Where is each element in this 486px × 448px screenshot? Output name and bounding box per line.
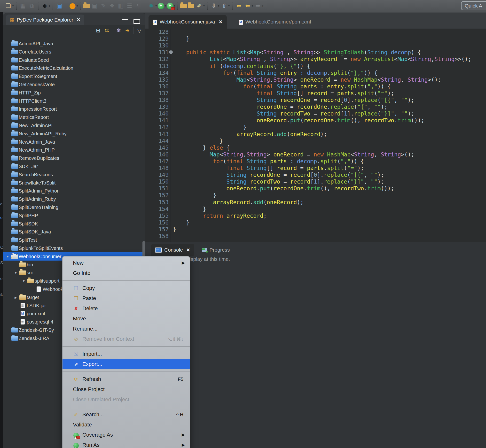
tree-item-New_AdminAPI_Ruby[interactable]: New_AdminAPI_Ruby xyxy=(3,129,145,138)
profile-button[interactable]: ▾ xyxy=(167,1,175,10)
tree-item-HTTP_Zip[interactable]: HTTP_Zip xyxy=(3,89,145,97)
tree-item-ExportToSegment[interactable]: ExportToSegment xyxy=(3,72,145,80)
expand-arrow-icon[interactable]: ▼ xyxy=(13,271,18,275)
tree-item-SplitSDK[interactable]: SplitSDK xyxy=(3,220,145,228)
tab-pydev-package-explorer[interactable]: ▦ PyDev Package Explorer ✕ xyxy=(6,15,84,25)
tree-item-SplitPHP[interactable]: SplitPHP xyxy=(3,211,145,220)
menu-item-move-[interactable]: Move... xyxy=(63,314,190,324)
console-view-button[interactable]: ▣ xyxy=(56,1,63,10)
menu-item-close-project[interactable]: Close Project xyxy=(63,384,190,394)
editor-area: J⚠WebhookConsumer.java✕MWebhookConsumer/… xyxy=(145,13,486,242)
focus-task-icon[interactable]: ➔ xyxy=(123,26,131,35)
working-sets-icon[interactable]: ✾ xyxy=(115,26,123,35)
tree-item-RemoveDuplicates[interactable]: RemoveDuplicates xyxy=(3,154,145,162)
tree-item-SplitAdmin_Ruby[interactable]: SplitAdmin_Ruby xyxy=(3,195,145,203)
chevron-down-icon[interactable]: ▾ xyxy=(155,4,157,8)
expand-arrow-icon[interactable]: ▼ xyxy=(21,279,26,283)
chevron-down-icon[interactable]: ▾ xyxy=(12,4,14,8)
plugin-button[interactable]: ⬤▾ xyxy=(69,1,78,10)
tree-item-New_AdminAPI[interactable]: New_AdminAPI xyxy=(3,121,145,129)
link-with-editor-icon[interactable]: ⇆ xyxy=(103,26,111,35)
chevron-down-icon[interactable]: ▾ xyxy=(77,4,78,8)
console-tab-Console[interactable]: Console✕ xyxy=(151,244,194,256)
open-folder-button[interactable] xyxy=(180,1,187,10)
chevron-down-icon[interactable]: ▾ xyxy=(164,4,166,8)
collapse-all-icon[interactable]: ⊟ xyxy=(94,26,102,35)
quick-access-box[interactable]: Quick A xyxy=(461,1,486,10)
debug-button[interactable]: ✹▾ xyxy=(147,1,157,10)
close-icon[interactable]: ✕ xyxy=(219,19,222,25)
tree-item-SDK_Jar[interactable]: SDK_Jar xyxy=(3,162,145,170)
toolbar-separator xyxy=(177,2,178,10)
close-icon[interactable]: ✕ xyxy=(186,247,190,253)
user-profile-button[interactable]: ☻▾ xyxy=(41,1,50,10)
tree-item-SplitAdmin_Python[interactable]: SplitAdmin_Python xyxy=(3,187,145,195)
open-resource-button[interactable] xyxy=(83,1,90,10)
folder-icon xyxy=(11,131,18,136)
fold-marker-icon[interactable] xyxy=(169,50,173,54)
menu-item-search-[interactable]: ✐Search...^ H xyxy=(63,409,190,420)
tree-item-NewAdmin_PHP[interactable]: NewAdmin_PHP xyxy=(3,146,145,154)
editor-tab-WebhookConsumer/pom.xml[interactable]: MWebhookConsumer/pom.xml xyxy=(234,15,315,29)
menu-item-rename-[interactable]: Rename... xyxy=(63,324,190,334)
tree-item-SplitSDK_Java[interactable]: SplitSDK_Java xyxy=(3,228,145,236)
package-explorer-title: PyDev Package Explorer xyxy=(17,17,73,23)
tree-item-SearchBeacons[interactable]: SearchBeacons xyxy=(3,170,145,179)
last-edit-location-button[interactable]: ⬅ xyxy=(235,1,243,10)
tree-item-label: SplitSDK xyxy=(19,221,38,227)
expand-arrow-icon[interactable]: ▶ xyxy=(13,296,18,299)
menu-item-paste[interactable]: ❒Paste xyxy=(63,293,190,304)
minimize-view-button[interactable] xyxy=(122,19,128,20)
menu-item-label: Go Into xyxy=(73,270,90,276)
prev-annotation-button[interactable]: ⇧▾ xyxy=(220,1,230,10)
menu-item-export-[interactable]: ⇗Export... xyxy=(63,359,190,369)
maximize-view-button[interactable] xyxy=(133,19,140,24)
new-wizard-button[interactable]: ❏▾ xyxy=(4,1,14,10)
console-tab-Progress[interactable]: Progress xyxy=(198,244,234,256)
tree-item-SplunkToSplitEvents[interactable]: SplunkToSplitEvents xyxy=(3,244,145,252)
folder-icon xyxy=(27,279,34,283)
menu-item-delete[interactable]: ✘Delete xyxy=(63,304,190,314)
tree-item-GetZendeskVote[interactable]: GetZendeskVote xyxy=(3,80,145,89)
folder-icon xyxy=(11,336,18,341)
tree-item-CorrelateUsers[interactable]: CorrelateUsers xyxy=(3,48,145,56)
menu-item-run-as[interactable]: Run As▶ xyxy=(63,440,190,448)
chevron-down-icon[interactable]: ▾ xyxy=(218,4,219,8)
tree-item-SplitTest[interactable]: SplitTest xyxy=(3,236,145,244)
chevron-down-icon[interactable]: ▾ xyxy=(203,4,205,8)
tree-item-label: SplitAdmin_Ruby xyxy=(19,196,56,202)
menu-item-new[interactable]: New▶ xyxy=(63,258,190,268)
chevron-down-icon[interactable]: ▾ xyxy=(228,4,230,8)
expand-arrow-icon[interactable]: ▼ xyxy=(5,255,10,258)
copy-icon: ❐ xyxy=(72,283,80,293)
tree-item-NewAdmin_Java[interactable]: NewAdmin_Java xyxy=(3,138,145,146)
chevron-down-icon[interactable]: ▾ xyxy=(252,4,253,8)
view-menu-icon[interactable]: ▽ xyxy=(135,26,143,35)
chevron-down-icon[interactable]: ▾ xyxy=(49,4,50,8)
menu-item-import-[interactable]: ⇲Import... xyxy=(63,349,190,359)
menu-item-coverage-as[interactable]: Coverage As▶ xyxy=(63,430,190,440)
code-editor[interactable]: 128129 }130131 public static List<Map<St… xyxy=(145,29,486,242)
editor-tab-WebhookConsumer.java[interactable]: J⚠WebhookConsumer.java✕ xyxy=(148,15,227,29)
next-annotation-button[interactable]: ⇩▾ xyxy=(210,1,219,10)
run-button[interactable]: ▾ xyxy=(158,1,166,10)
code-text: } xyxy=(173,137,223,144)
menu-item-copy[interactable]: ❐Copy xyxy=(63,283,190,293)
tree-item-ImpressionReport[interactable]: ImpressionReport xyxy=(3,105,145,113)
mark-occurrences-button[interactable]: ✐▾ xyxy=(195,1,205,10)
back-button[interactable]: ⬅▾ xyxy=(244,1,253,10)
menu-item-refresh[interactable]: ⟳RefreshF5 xyxy=(63,374,190,384)
code-line-140: 140 String recordTwo = record[1].replace… xyxy=(145,110,486,117)
menu-item-go-into[interactable]: Go Into xyxy=(63,268,190,278)
chevron-down-icon[interactable]: ▾ xyxy=(262,4,263,8)
tree-item-ExecuteMetricCalculation[interactable]: ExecuteMetricCalculation xyxy=(3,64,145,72)
tree-item-MetricsReport[interactable]: MetricsReport xyxy=(3,113,145,121)
tree-item-SnowflakeToSplit[interactable]: SnowflakeToSplit xyxy=(3,179,145,187)
tree-item-AdminAPI_Java[interactable]: AdminAPI_Java xyxy=(3,40,145,48)
open-clipboard-button[interactable] xyxy=(188,1,194,10)
tree-item-SplitDemoTraining[interactable]: SplitDemoTraining xyxy=(3,203,145,211)
menu-item-validate[interactable]: Validate xyxy=(63,420,190,430)
close-icon[interactable]: ✕ xyxy=(77,17,81,23)
tree-item-HTTPClient3[interactable]: HTTPClient3 xyxy=(3,97,145,105)
tree-item-EvaluateSeed[interactable]: EvaluateSeed xyxy=(3,56,145,64)
